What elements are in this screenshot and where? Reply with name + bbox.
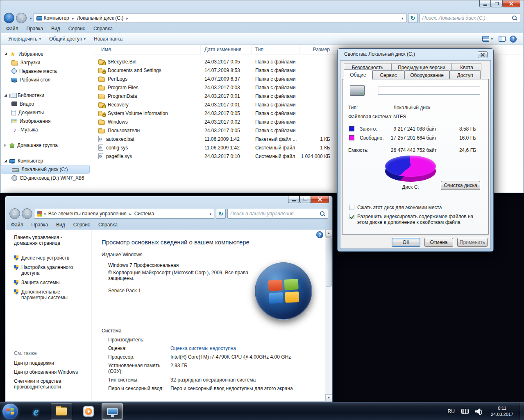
sidebar-item-pictures[interactable]: Изображения (1, 117, 94, 125)
sidebar-group-computer[interactable]: Компьютер (1, 157, 94, 165)
tab-sharing[interactable]: Доступ (449, 70, 481, 79)
sidebar-item-recent[interactable]: Недавние места (1, 67, 94, 75)
sidebar-item-control-panel-home[interactable]: Панель управления - домашняя страница (14, 235, 79, 246)
language-indicator[interactable]: RU (445, 409, 458, 414)
forward-button[interactable] (22, 208, 32, 219)
sidebar-item-cd-drive[interactable]: CD-дисковод (D:) WIN7_X86 (1, 174, 94, 182)
breadcrumb-separator-icon[interactable] (71, 15, 75, 21)
new-folder-button[interactable]: Новая папка (90, 34, 127, 43)
search-input[interactable]: Поиск: Локальный диск (C:) (420, 13, 520, 23)
history-dropdown[interactable] (28, 15, 32, 21)
tab-tools[interactable]: Сервис (372, 70, 404, 79)
sidebar-item-local-disk-c[interactable]: Локальный диск (C:) (1, 165, 90, 174)
taskbar-clock[interactable]: 0:11 24.03.2017 (486, 405, 518, 418)
breadcrumb-overflow-icon[interactable] (44, 211, 47, 217)
help-button[interactable]: ? (510, 36, 517, 43)
breadcrumb-separator-icon[interactable] (125, 15, 129, 21)
sidebar-item-action-center[interactable]: Центр поддержки (14, 360, 84, 366)
system-titlebar[interactable] (5, 196, 332, 208)
close-button[interactable] (311, 196, 329, 203)
breadcrumb-item-control-panel[interactable]: Все элементы панели управления (48, 211, 127, 217)
maximize-button[interactable] (299, 196, 311, 203)
scroll-up-button[interactable]: ▲ (325, 230, 332, 237)
breadcrumb-item-system[interactable]: Система (134, 211, 154, 217)
sidebar-group-homegroup[interactable]: Домашняя группа (1, 141, 94, 149)
show-desktop-button[interactable] (520, 402, 524, 420)
column-size[interactable]: Размер (300, 45, 333, 54)
column-type[interactable]: Тип (252, 45, 300, 54)
taskbar-system-window-button[interactable] (102, 403, 123, 420)
change-view-button[interactable] (481, 35, 495, 43)
sidebar-group-favorites[interactable]: Избранное (1, 50, 94, 58)
minimize-button[interactable] (288, 196, 299, 203)
sidebar-group-libraries[interactable]: Библиотеки (1, 91, 94, 99)
rating-link[interactable]: Оценка системы недоступна (170, 345, 313, 351)
address-dropdown[interactable] (208, 211, 211, 217)
scroll-down-button[interactable]: ▼ (325, 394, 332, 401)
expander-icon[interactable] (4, 160, 7, 163)
volume-icon[interactable] (475, 409, 483, 414)
address-dropdown[interactable] (400, 15, 404, 21)
sidebar-item-video[interactable]: Видео (1, 99, 94, 108)
sidebar-item-remote-access[interactable]: Настройка удаленного доступа (14, 264, 86, 276)
search-input[interactable]: Поиск в панели управления (227, 209, 328, 219)
close-button[interactable] (502, 0, 520, 7)
help-button[interactable]: ? (316, 231, 323, 238)
taskbar-media-player-button[interactable] (78, 403, 99, 420)
menu-tools[interactable]: Сервис (64, 25, 89, 33)
maximize-button[interactable] (491, 0, 502, 7)
close-button[interactable] (478, 51, 488, 58)
volume-label-input[interactable] (378, 86, 480, 95)
menu-file[interactable]: Файл (2, 25, 23, 33)
start-button[interactable] (2, 404, 18, 419)
breadcrumb[interactable]: Компьютер Локальный диск (C:) (34, 13, 406, 23)
column-date[interactable]: Дата изменения (201, 45, 252, 54)
breadcrumb[interactable]: Все элементы панели управления Система (34, 209, 214, 219)
menu-help[interactable]: Справка (94, 221, 122, 229)
sidebar-item-advanced-settings[interactable]: Дополнительные параметры системы (14, 289, 86, 300)
compress-checkbox-label[interactable]: Сжать этот диск для экономии места (357, 205, 480, 210)
disk-cleanup-button[interactable]: Очистка диска (441, 181, 480, 190)
expander-icon[interactable] (4, 52, 7, 55)
explorer-titlebar[interactable] (0, 0, 524, 12)
menu-view[interactable]: Вид (47, 25, 64, 33)
index-checkbox-label[interactable]: Разрешить индексировать содержимое файло… (357, 214, 481, 225)
tab-general[interactable]: Общие (344, 69, 372, 80)
menu-file[interactable]: Файл (7, 221, 27, 229)
menu-tools[interactable]: Сервис (69, 221, 94, 229)
menu-edit[interactable]: Правка (27, 221, 52, 229)
search-icon[interactable] (320, 211, 325, 217)
keyboard-icon[interactable] (461, 409, 469, 414)
menu-edit[interactable]: Правка (23, 25, 48, 33)
menu-view[interactable]: Вид (52, 221, 69, 229)
search-icon[interactable] (512, 16, 517, 21)
preview-pane-button[interactable] (499, 36, 506, 42)
expander-icon[interactable] (4, 144, 7, 147)
forward-button[interactable] (16, 13, 27, 23)
sidebar-item-system-protection[interactable]: Защита системы (14, 280, 86, 285)
minimize-button[interactable] (479, 0, 491, 7)
tab-quota[interactable]: Квота (452, 63, 481, 71)
sidebar-item-device-manager[interactable]: Диспетчер устройств (14, 255, 86, 261)
apply-button[interactable]: Применить (457, 238, 488, 247)
expander-icon[interactable] (4, 94, 7, 97)
index-checkbox[interactable] (349, 214, 354, 219)
back-button[interactable] (9, 208, 20, 219)
scrollbar-thumb[interactable] (326, 237, 332, 287)
tab-previous-versions[interactable]: Предыдущие версии (391, 63, 452, 71)
sidebar-item-documents[interactable]: Документы (1, 108, 94, 117)
taskbar-explorer-button[interactable] (51, 403, 72, 420)
back-button[interactable] (4, 13, 14, 23)
breadcrumb-item-drive-c[interactable]: Локальный диск (C:) (77, 15, 124, 21)
taskbar-ie-button[interactable]: e (25, 403, 47, 420)
sidebar-item-desktop[interactable]: Рабочий стол (1, 75, 94, 84)
ok-button[interactable]: ОК (392, 238, 420, 247)
compress-checkbox[interactable] (349, 205, 354, 210)
column-name[interactable]: Имя (94, 45, 201, 54)
sidebar-item-windows-update[interactable]: Центр обновления Windows (14, 369, 84, 375)
tab-hardware[interactable]: Оборудование (404, 70, 449, 79)
sidebar-item-downloads[interactable]: Загрузки (1, 58, 94, 67)
refresh-button[interactable] (408, 13, 418, 23)
menu-help[interactable]: Справка (89, 25, 117, 33)
organize-button[interactable]: Упорядочить (4, 34, 45, 43)
